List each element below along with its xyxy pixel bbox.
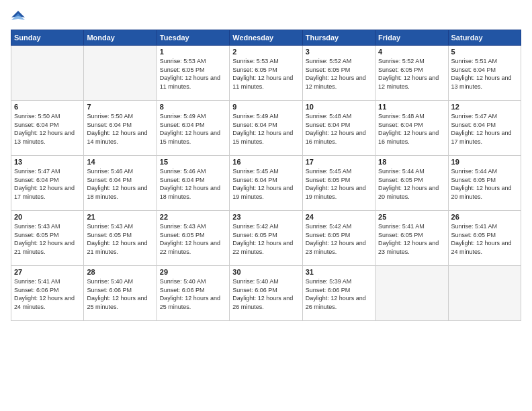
calendar: SundayMondayTuesdayWednesdayThursdayFrid…: [11, 30, 521, 321]
calendar-cell: 13Sunrise: 5:47 AMSunset: 6:04 PMDayligh…: [11, 156, 84, 211]
day-number: 24: [306, 213, 372, 221]
day-number: 10: [306, 103, 372, 111]
weekday-header-row: SundayMondayTuesdayWednesdayThursdayFrid…: [11, 30, 521, 46]
calendar-cell: 23Sunrise: 5:42 AMSunset: 6:05 PMDayligh…: [230, 211, 302, 266]
calendar-cell: [375, 266, 448, 321]
week-row-4: 20Sunrise: 5:43 AMSunset: 6:05 PMDayligh…: [11, 211, 521, 266]
calendar-cell: [11, 46, 84, 101]
day-info: Sunrise: 5:45 AMSunset: 6:04 PMDaylight:…: [232, 167, 299, 201]
weekday-header-sunday: Sunday: [11, 30, 84, 46]
day-number: 14: [87, 158, 153, 166]
day-info: Sunrise: 5:45 AMSunset: 6:05 PMDaylight:…: [306, 167, 372, 201]
day-info: Sunrise: 5:49 AMSunset: 6:04 PMDaylight:…: [160, 112, 226, 146]
day-number: 8: [160, 103, 226, 111]
weekday-header-wednesday: Wednesday: [230, 30, 302, 46]
day-info: Sunrise: 5:41 AMSunset: 6:06 PMDaylight:…: [14, 277, 81, 311]
day-number: 22: [160, 213, 226, 221]
calendar-cell: 12Sunrise: 5:47 AMSunset: 6:04 PMDayligh…: [448, 101, 521, 156]
week-row-1: 1Sunrise: 5:53 AMSunset: 6:05 PMDaylight…: [11, 46, 521, 101]
day-number: 27: [14, 268, 81, 276]
calendar-cell: 19Sunrise: 5:44 AMSunset: 6:05 PMDayligh…: [448, 156, 521, 211]
day-number: 13: [14, 158, 81, 166]
day-info: Sunrise: 5:43 AMSunset: 6:05 PMDaylight:…: [87, 222, 153, 256]
calendar-cell: 24Sunrise: 5:42 AMSunset: 6:05 PMDayligh…: [302, 211, 375, 266]
day-number: 4: [378, 48, 445, 56]
day-info: Sunrise: 5:52 AMSunset: 6:05 PMDaylight:…: [378, 57, 445, 91]
calendar-cell: 1Sunrise: 5:53 AMSunset: 6:05 PMDaylight…: [157, 46, 229, 101]
day-number: 5: [451, 48, 518, 56]
calendar-cell: 30Sunrise: 5:40 AMSunset: 6:06 PMDayligh…: [230, 266, 302, 321]
calendar-cell: 20Sunrise: 5:43 AMSunset: 6:05 PMDayligh…: [11, 211, 84, 266]
day-number: 23: [232, 213, 299, 221]
day-info: Sunrise: 5:42 AMSunset: 6:05 PMDaylight:…: [306, 222, 372, 256]
calendar-cell: 18Sunrise: 5:44 AMSunset: 6:05 PMDayligh…: [375, 156, 448, 211]
calendar-cell: 9Sunrise: 5:49 AMSunset: 6:04 PMDaylight…: [230, 101, 302, 156]
day-info: Sunrise: 5:53 AMSunset: 6:05 PMDaylight:…: [232, 57, 299, 91]
day-number: 28: [87, 268, 153, 276]
day-number: 20: [14, 213, 81, 221]
day-number: 3: [306, 48, 372, 56]
day-info: Sunrise: 5:41 AMSunset: 6:05 PMDaylight:…: [378, 222, 445, 256]
logo: [11, 11, 25, 23]
calendar-cell: 3Sunrise: 5:52 AMSunset: 6:05 PMDaylight…: [302, 46, 375, 101]
day-number: 18: [378, 158, 445, 166]
day-number: 31: [306, 268, 372, 276]
week-row-2: 6Sunrise: 5:50 AMSunset: 6:04 PMDaylight…: [11, 101, 521, 156]
logo-icon: [11, 11, 25, 24]
calendar-cell: 29Sunrise: 5:40 AMSunset: 6:06 PMDayligh…: [157, 266, 229, 321]
day-info: Sunrise: 5:39 AMSunset: 6:06 PMDaylight:…: [306, 277, 372, 311]
day-info: Sunrise: 5:40 AMSunset: 6:06 PMDaylight:…: [160, 277, 226, 311]
day-number: 29: [160, 268, 226, 276]
day-info: Sunrise: 5:44 AMSunset: 6:05 PMDaylight:…: [451, 167, 518, 201]
calendar-cell: 8Sunrise: 5:49 AMSunset: 6:04 PMDaylight…: [157, 101, 229, 156]
calendar-cell: 10Sunrise: 5:48 AMSunset: 6:04 PMDayligh…: [302, 101, 375, 156]
week-row-5: 27Sunrise: 5:41 AMSunset: 6:06 PMDayligh…: [11, 266, 521, 321]
day-number: 2: [232, 48, 299, 56]
weekday-header-tuesday: Tuesday: [157, 30, 229, 46]
logo-text: [11, 11, 25, 24]
calendar-cell: [84, 46, 157, 101]
day-number: 12: [451, 103, 518, 111]
day-info: Sunrise: 5:50 AMSunset: 6:04 PMDaylight:…: [87, 112, 153, 146]
day-number: 25: [378, 213, 445, 221]
day-number: 19: [451, 158, 518, 166]
weekday-header-saturday: Saturday: [448, 30, 521, 46]
day-number: 11: [378, 103, 445, 111]
day-info: Sunrise: 5:43 AMSunset: 6:05 PMDaylight:…: [14, 222, 81, 256]
day-info: Sunrise: 5:46 AMSunset: 6:04 PMDaylight:…: [87, 167, 153, 201]
day-info: Sunrise: 5:42 AMSunset: 6:05 PMDaylight:…: [232, 222, 299, 256]
day-info: Sunrise: 5:52 AMSunset: 6:05 PMDaylight:…: [306, 57, 372, 91]
calendar-cell: 21Sunrise: 5:43 AMSunset: 6:05 PMDayligh…: [84, 211, 157, 266]
day-info: Sunrise: 5:49 AMSunset: 6:04 PMDaylight:…: [232, 112, 299, 146]
calendar-cell: 14Sunrise: 5:46 AMSunset: 6:04 PMDayligh…: [84, 156, 157, 211]
calendar-cell: 17Sunrise: 5:45 AMSunset: 6:05 PMDayligh…: [302, 156, 375, 211]
week-row-3: 13Sunrise: 5:47 AMSunset: 6:04 PMDayligh…: [11, 156, 521, 211]
day-info: Sunrise: 5:41 AMSunset: 6:05 PMDaylight:…: [451, 222, 518, 256]
day-number: 9: [232, 103, 299, 111]
day-info: Sunrise: 5:51 AMSunset: 6:04 PMDaylight:…: [451, 57, 518, 91]
weekday-header-thursday: Thursday: [302, 30, 375, 46]
day-info: Sunrise: 5:43 AMSunset: 6:05 PMDaylight:…: [160, 222, 226, 256]
day-number: 6: [14, 103, 81, 111]
calendar-cell: [448, 266, 521, 321]
calendar-cell: 11Sunrise: 5:48 AMSunset: 6:04 PMDayligh…: [375, 101, 448, 156]
day-info: Sunrise: 5:44 AMSunset: 6:05 PMDaylight:…: [378, 167, 445, 201]
page: SundayMondayTuesdayWednesdayThursdayFrid…: [0, 0, 532, 411]
day-info: Sunrise: 5:48 AMSunset: 6:04 PMDaylight:…: [378, 112, 445, 146]
day-number: 16: [232, 158, 299, 166]
calendar-cell: 2Sunrise: 5:53 AMSunset: 6:05 PMDaylight…: [230, 46, 302, 101]
calendar-cell: 6Sunrise: 5:50 AMSunset: 6:04 PMDaylight…: [11, 101, 84, 156]
calendar-cell: 22Sunrise: 5:43 AMSunset: 6:05 PMDayligh…: [157, 211, 229, 266]
header: [11, 11, 521, 23]
calendar-cell: 15Sunrise: 5:46 AMSunset: 6:04 PMDayligh…: [157, 156, 229, 211]
weekday-header-friday: Friday: [375, 30, 448, 46]
day-number: 30: [232, 268, 299, 276]
day-info: Sunrise: 5:47 AMSunset: 6:04 PMDaylight:…: [14, 167, 81, 201]
weekday-header-monday: Monday: [84, 30, 157, 46]
day-number: 7: [87, 103, 153, 111]
day-number: 15: [160, 158, 226, 166]
day-number: 26: [451, 213, 518, 221]
calendar-cell: 7Sunrise: 5:50 AMSunset: 6:04 PMDaylight…: [84, 101, 157, 156]
calendar-cell: 28Sunrise: 5:40 AMSunset: 6:06 PMDayligh…: [84, 266, 157, 321]
calendar-cell: 25Sunrise: 5:41 AMSunset: 6:05 PMDayligh…: [375, 211, 448, 266]
